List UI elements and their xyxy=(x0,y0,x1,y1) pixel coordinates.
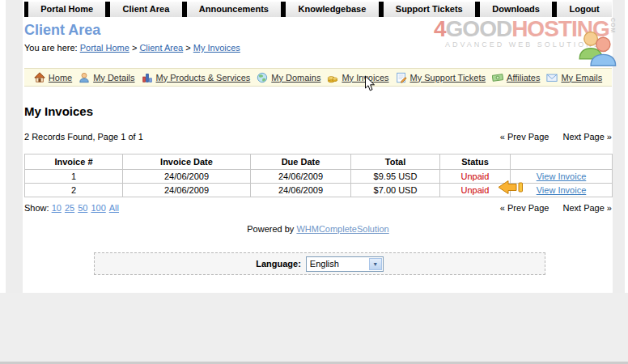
records-row: 2 Records Found, Page 1 of 1 « Prev Page… xyxy=(24,132,612,142)
home-icon xyxy=(34,72,45,83)
chevron-down-icon: ▼ xyxy=(369,258,382,270)
nav-label: Home xyxy=(49,73,72,83)
globe-icon xyxy=(257,72,268,83)
show-row: Show: 102550100All « Prev Page Next Page… xyxy=(24,203,612,213)
nav-label: My Emails xyxy=(561,73,602,83)
nav-label: My Support Tickets xyxy=(410,73,486,83)
invoice-date: 24/06/2009 xyxy=(123,184,251,197)
prev-page-button[interactable]: « Prev Page xyxy=(500,203,550,213)
logo-good: GOOD xyxy=(446,16,512,41)
invoice-total: $9.95 USD xyxy=(351,170,440,184)
next-page-button[interactable]: Next Page » xyxy=(562,203,612,213)
nav-item-my-support-tickets[interactable]: My Support Tickets xyxy=(396,72,486,83)
breadcrumb-current[interactable]: My Invoices xyxy=(193,43,240,53)
invoice-num: 1 xyxy=(25,170,123,184)
nav-item-my-emails[interactable]: My Emails xyxy=(546,72,602,83)
ticket-icon xyxy=(396,72,407,83)
person-icon xyxy=(78,72,90,83)
breadcrumb-link-client-area[interactable]: Client Area xyxy=(139,43,183,53)
top-nav-portal-home[interactable]: Portal Home xyxy=(28,2,105,17)
breadcrumb-prefix: You are here: xyxy=(24,43,78,53)
coins-icon xyxy=(327,72,338,83)
top-nav-bar: Portal Home Client Area Announcements Kn… xyxy=(24,2,612,17)
nav-item-my-invoices[interactable]: My Invoices xyxy=(327,72,388,83)
top-nav-announcements[interactable]: Announcements xyxy=(187,2,282,17)
show-50-link[interactable]: 50 xyxy=(78,203,87,213)
whmcompletesolution-link[interactable]: WHMCompleteSolution xyxy=(296,224,388,234)
top-nav-knowledgebase[interactable]: Knowledgebase xyxy=(286,2,378,17)
invoice-date: 24/06/2009 xyxy=(123,170,251,184)
page-bottom-background xyxy=(0,293,628,362)
page-title: My Invoices xyxy=(24,104,93,118)
page-left-margin xyxy=(6,0,23,293)
show-options: Show: 102550100All xyxy=(24,203,122,213)
people-icon xyxy=(576,27,617,69)
show-25-link[interactable]: 25 xyxy=(65,203,74,213)
invoice-total: $7.00 USD xyxy=(351,184,440,197)
nav-item-my-products-services[interactable]: My Products & Services xyxy=(142,72,251,83)
client-area-heading: Client Area xyxy=(24,22,100,39)
powered-by: Powered by WHMCompleteSolution xyxy=(24,224,612,234)
nav-label: Affiliates xyxy=(507,73,540,83)
nav-label: My Domains xyxy=(271,73,320,83)
col-invoice-num: Invoice # xyxy=(25,154,123,170)
breadcrumb-separator: > xyxy=(132,43,137,53)
mouse-cursor xyxy=(364,75,376,94)
col-actions xyxy=(511,154,613,170)
table-row: 2 24/06/2009 24/06/2009 $7.00 USD Unpaid… xyxy=(25,184,613,197)
nav-item-home[interactable]: Home xyxy=(34,72,72,83)
show-10-link[interactable]: 10 xyxy=(52,203,62,213)
nav-item-affiliates[interactable]: Affiliates xyxy=(492,72,540,83)
invoices-table: Invoice # Invoice Date Due Date Total St… xyxy=(24,154,613,197)
powered-by-text: Powered by xyxy=(247,224,294,234)
col-due-date: Due Date xyxy=(251,154,351,170)
top-nav-downloads[interactable]: Downloads xyxy=(480,2,552,17)
nav-item-my-domains[interactable]: My Domains xyxy=(257,72,320,83)
pagination-bottom: « Prev Page Next Page » xyxy=(489,203,612,213)
table-row: 1 24/06/2009 24/06/2009 $9.95 USD Unpaid… xyxy=(25,170,613,184)
pagination-top: « Prev Page Next Page » xyxy=(489,132,612,142)
breadcrumb: You are here: Portal Home > Client Area … xyxy=(24,43,240,53)
col-total: Total xyxy=(351,154,440,170)
language-selected-value: English xyxy=(310,259,339,269)
invoice-num: 2 xyxy=(25,184,123,197)
view-invoice-link[interactable]: View Invoice xyxy=(537,171,587,181)
logo-4: 4 xyxy=(434,16,446,41)
top-nav-logout[interactable]: Logout xyxy=(557,2,612,17)
breadcrumb-separator: > xyxy=(185,43,190,53)
prev-page-button[interactable]: « Prev Page xyxy=(500,132,550,142)
next-page-button[interactable]: Next Page » xyxy=(562,132,612,142)
nav-label: My Details xyxy=(93,73,134,83)
col-status: Status xyxy=(440,154,511,170)
language-label: Language: xyxy=(256,259,301,269)
client-icon-nav: Home My Details My Products & Services M… xyxy=(24,68,612,87)
top-nav-support-tickets[interactable]: Support Tickets xyxy=(384,2,475,17)
envelope-icon xyxy=(546,72,558,83)
top-nav-client-area[interactable]: Client Area xyxy=(110,2,181,17)
annotation-arrow-icon xyxy=(498,180,524,197)
money-icon xyxy=(492,72,503,83)
nav-item-my-details[interactable]: My Details xyxy=(78,72,134,83)
show-100-link[interactable]: 100 xyxy=(91,203,105,213)
due-date: 24/06/2009 xyxy=(251,170,351,184)
nav-label: My Products & Services xyxy=(156,73,251,83)
bar-chart-icon xyxy=(142,72,153,83)
show-all-link[interactable]: All xyxy=(109,203,119,213)
col-invoice-date: Invoice Date xyxy=(123,154,251,170)
language-select[interactable]: English ▼ xyxy=(306,256,384,272)
view-invoice-link[interactable]: View Invoice xyxy=(537,185,587,195)
breadcrumb-link-portal-home[interactable]: Portal Home xyxy=(80,43,129,53)
table-header-row: Invoice # Invoice Date Due Date Total St… xyxy=(25,154,613,170)
due-date: 24/06/2009 xyxy=(251,184,351,197)
show-label: Show: xyxy=(24,203,49,213)
language-box: Language: English ▼ xyxy=(94,252,545,275)
records-summary: 2 Records Found, Page 1 of 1 xyxy=(24,132,143,142)
